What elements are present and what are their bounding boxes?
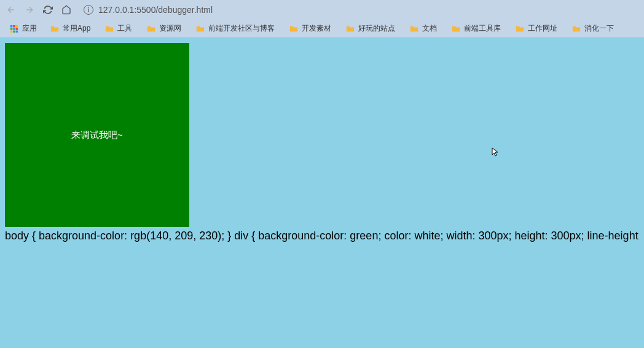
folder-icon (516, 25, 524, 33)
bookmark-label: 常用App (63, 23, 90, 34)
bookmark-label: 好玩的站点 (358, 23, 395, 34)
bookmarks-bar: 应用 常用App 工具 资源网 前端开发社区与博客 开发素材 好玩的站点 文档 … (0, 20, 644, 38)
svg-rect-4 (13, 28, 15, 30)
home-button[interactable] (60, 4, 73, 16)
info-icon[interactable]: i (84, 5, 93, 15)
folder-icon (105, 25, 114, 33)
folder-icon (289, 25, 298, 33)
back-button[interactable] (5, 4, 17, 16)
browser-toolbar: i 127.0.0.1:5500/debugger.html (0, 0, 644, 20)
url-text: 127.0.0.1:5500/debugger.html (98, 5, 213, 15)
svg-rect-5 (16, 28, 18, 30)
debug-box-text: 来调试我吧~ (71, 130, 123, 140)
apps-icon (10, 25, 18, 33)
svg-rect-0 (10, 25, 13, 27)
bookmark-label: 资源网 (159, 23, 181, 34)
svg-rect-1 (13, 25, 15, 27)
folder-icon (452, 25, 460, 33)
folder-icon (346, 25, 355, 33)
folder-icon (50, 25, 59, 33)
forward-button[interactable] (23, 4, 36, 16)
bookmark-folder[interactable]: 消化一下 (566, 22, 620, 35)
bookmark-label: 工作网址 (528, 23, 557, 34)
bookmark-folder[interactable]: 前端开发社区与博客 (190, 22, 281, 35)
svg-rect-3 (10, 28, 13, 30)
bookmark-folder[interactable]: 开发素材 (283, 22, 337, 35)
bookmark-folder[interactable]: 工具 (99, 22, 138, 35)
folder-icon (572, 25, 581, 33)
bookmark-label: 开发素材 (302, 23, 331, 34)
bookmark-folder[interactable]: 资源网 (141, 22, 187, 35)
svg-rect-6 (10, 30, 13, 33)
bookmark-label: 前端工具库 (464, 23, 501, 34)
page-content: 来调试我吧~ body { background-color: rgb(140,… (0, 38, 644, 348)
url-bar[interactable]: i 127.0.0.1:5500/debugger.html (79, 5, 639, 15)
bookmark-label: 消化一下 (584, 23, 614, 34)
reload-button[interactable] (42, 4, 54, 16)
svg-rect-7 (13, 30, 15, 33)
bookmark-folder[interactable]: 文档 (404, 22, 443, 35)
svg-rect-8 (16, 30, 18, 33)
apps-label: 应用 (22, 23, 37, 34)
svg-rect-2 (16, 25, 18, 27)
bookmark-folder[interactable]: 好玩的站点 (340, 22, 401, 35)
bookmark-label: 文档 (422, 23, 437, 34)
bookmark-folder[interactable]: 常用App (44, 22, 96, 35)
folder-icon (196, 25, 205, 33)
bookmark-label: 工具 (117, 23, 132, 34)
folder-icon (410, 25, 418, 33)
debug-box: 来调试我吧~ (5, 43, 189, 227)
bookmark-folder[interactable]: 前端工具库 (446, 22, 507, 35)
folder-icon (147, 25, 155, 33)
css-output-text: body { background-color: rgb(140, 209, 2… (5, 230, 639, 242)
bookmark-label: 前端开发社区与博客 (208, 23, 275, 34)
bookmark-folder[interactable]: 工作网址 (509, 22, 564, 35)
apps-button[interactable]: 应用 (5, 22, 42, 35)
